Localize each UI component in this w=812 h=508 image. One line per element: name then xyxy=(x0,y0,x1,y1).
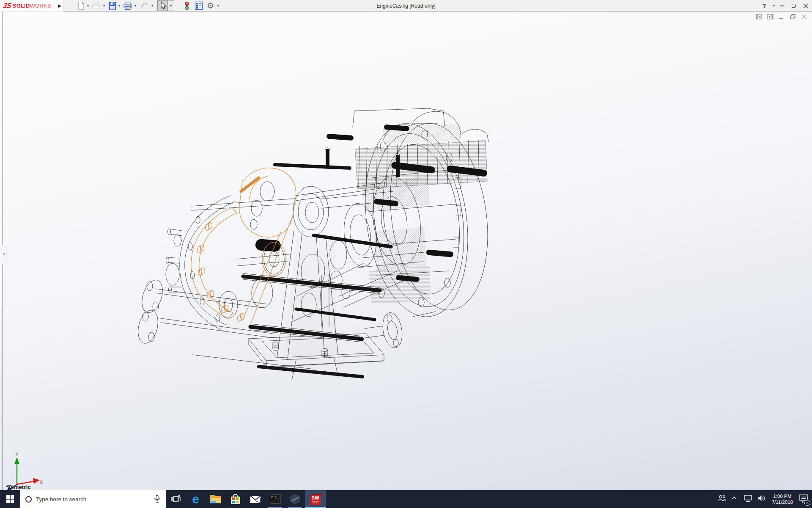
people-icon[interactable] xyxy=(717,493,727,505)
new-document-button[interactable] xyxy=(76,1,86,11)
search-input[interactable] xyxy=(32,496,152,502)
minimize-icon xyxy=(780,6,785,6)
open-button[interactable] xyxy=(91,1,101,11)
command-prompt-icon: C:\_ xyxy=(270,494,281,504)
report-button[interactable] xyxy=(194,1,203,11)
view-orientation-label: *Dimetric xyxy=(6,484,31,490)
cortana-icon xyxy=(25,496,32,502)
windows-taskbar: e C:\_ SW2017 1:00 PM 7/11/2018 3 xyxy=(0,490,812,508)
open-caret[interactable]: ▾ xyxy=(102,4,106,8)
notification-badge: 3 xyxy=(804,500,810,506)
hidden-icons-chevron[interactable] xyxy=(730,493,740,505)
save-icon xyxy=(108,2,117,10)
traffic-light-button[interactable] xyxy=(182,1,192,11)
select-tool-button[interactable] xyxy=(157,0,168,11)
clock-time: 1:00 PM xyxy=(772,493,793,499)
report-list-icon xyxy=(195,1,203,10)
print-button[interactable] xyxy=(123,1,132,11)
traffic-light-icon xyxy=(184,1,190,11)
gear-icon: ⚙ xyxy=(207,1,214,11)
app-close-button[interactable] xyxy=(800,0,811,11)
print-icon xyxy=(123,1,132,10)
options-caret[interactable]: ▾ xyxy=(217,4,220,8)
graphics-area[interactable]: Y X Z *Dimetric xyxy=(0,12,812,490)
print-caret[interactable]: ▾ xyxy=(134,4,137,8)
flyout-arrow-icon: ▶ xyxy=(58,3,61,8)
taskbar-mail-button[interactable] xyxy=(245,490,265,508)
taskbar-hexagon-app-button[interactable] xyxy=(285,490,305,508)
select-cursor-icon xyxy=(159,1,167,10)
y-axis-label: Y xyxy=(15,452,19,457)
wireframe-black-geometry xyxy=(135,108,499,380)
new-document-caret[interactable]: ▾ xyxy=(86,4,90,8)
taskbar-clock[interactable]: 1:00 PM 7/11/2018 xyxy=(769,493,796,505)
menu-bar: 3S SOLIDWORKS ▶ ▾ ▾ ▾ ▾ ▾ ▾ ⚙ ▾ EngineCa… xyxy=(0,0,812,11)
engine-casing-wireframe xyxy=(0,12,812,490)
taskbar-search[interactable] xyxy=(20,490,166,508)
app-minimize-button[interactable] xyxy=(776,0,787,11)
task-view-button[interactable] xyxy=(166,490,186,508)
y-axis-arrow-icon xyxy=(14,457,19,464)
save-caret[interactable]: ▾ xyxy=(118,4,121,8)
save-button[interactable] xyxy=(107,1,117,11)
new-document-icon xyxy=(77,1,85,10)
restore-icon xyxy=(792,4,796,8)
help-icon: ? xyxy=(763,3,766,9)
options-button[interactable]: ⚙ xyxy=(206,1,215,11)
windows-logo-icon xyxy=(6,495,14,503)
document-title: EngineCasing [Read-only] xyxy=(0,0,812,11)
taskbar-edge-button[interactable]: e xyxy=(186,490,206,508)
network-icon[interactable] xyxy=(743,493,753,505)
taskbar-store-button[interactable] xyxy=(225,490,245,508)
logo-text-solid: SOLID xyxy=(13,3,30,9)
undo-caret[interactable]: ▾ xyxy=(151,4,154,8)
help-button[interactable]: ? xyxy=(759,0,770,11)
logo-text-works: WORKS xyxy=(30,3,51,9)
taskbar-file-explorer-button[interactable] xyxy=(206,490,225,508)
select-tool-caret[interactable]: ▾ xyxy=(168,0,174,11)
start-button[interactable] xyxy=(0,490,20,508)
solidworks-logo[interactable]: 3S SOLIDWORKS xyxy=(0,0,56,11)
x-axis-label: X xyxy=(40,480,43,485)
file-explorer-icon xyxy=(210,495,221,503)
taskbar-command-prompt-button[interactable]: C:\_ xyxy=(265,490,285,508)
solidworks-logo-icon: 3S xyxy=(2,2,12,10)
close-icon xyxy=(803,3,808,8)
action-center-button[interactable]: 3 xyxy=(798,493,809,505)
mail-icon xyxy=(250,495,261,503)
help-caret[interactable]: ▾ xyxy=(772,4,776,8)
undo-icon xyxy=(140,2,149,10)
volume-icon[interactable] xyxy=(756,493,766,505)
app-restore-button[interactable] xyxy=(788,0,799,11)
solidworks-app-icon: SW2017 xyxy=(310,494,321,505)
system-tray: 1:00 PM 7/11/2018 3 xyxy=(717,490,812,508)
microphone-icon[interactable] xyxy=(152,494,162,504)
microsoft-store-icon xyxy=(231,494,240,504)
edge-icon: e xyxy=(192,493,199,505)
hexagon-app-icon xyxy=(290,494,301,505)
x-axis-arrow-icon xyxy=(33,478,40,484)
menu-flyout-button[interactable]: ▶ xyxy=(56,0,63,11)
undo-button[interactable] xyxy=(140,1,149,11)
clock-date: 7/11/2018 xyxy=(772,499,793,505)
task-view-icon xyxy=(170,494,181,504)
taskbar-solidworks-button[interactable]: SW2017 xyxy=(305,490,326,508)
open-folder-icon xyxy=(92,2,101,10)
